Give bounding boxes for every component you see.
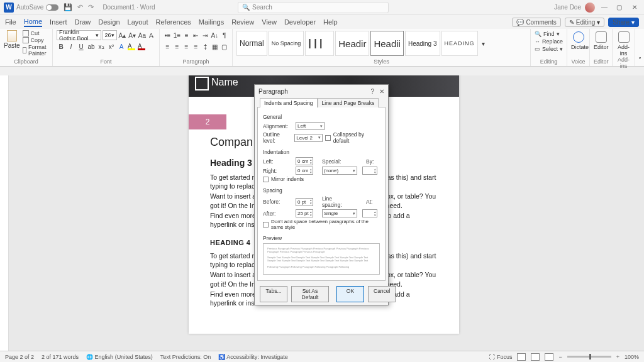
indent-left-input[interactable]: 0 cm xyxy=(296,157,313,165)
bullets-button[interactable]: •≡ xyxy=(164,30,172,40)
subscript-button[interactable]: x₂ xyxy=(97,41,106,52)
search-box[interactable]: 🔍 Search xyxy=(238,2,389,13)
web-layout-button[interactable] xyxy=(545,353,553,361)
toggle-off-icon[interactable] xyxy=(46,4,58,11)
style-heading4[interactable]: HEADING xyxy=(441,31,478,56)
zoom-slider[interactable] xyxy=(567,356,611,358)
styles-more-button[interactable]: ▾ xyxy=(479,38,488,48)
language[interactable]: 🌐 English (United States) xyxy=(86,354,153,360)
tab-view[interactable]: View xyxy=(262,18,277,26)
shading-button[interactable]: ▦ xyxy=(211,41,219,52)
select-button[interactable]: ▭ Select ▾ xyxy=(535,45,563,53)
dialog-close-button[interactable]: ✕ xyxy=(379,88,384,95)
tab-references[interactable]: References xyxy=(156,18,191,26)
format-painter-button[interactable]: Format Painter xyxy=(23,44,49,57)
style-normal[interactable]: Normal xyxy=(236,31,267,56)
ok-button[interactable]: OK xyxy=(336,286,364,302)
save-icon[interactable]: 💾 xyxy=(64,3,72,11)
grow-font-button[interactable]: A▴ xyxy=(118,30,127,40)
replace-button[interactable]: ↔ Replace xyxy=(535,38,563,45)
style-heading2[interactable]: Headir xyxy=(335,31,369,56)
print-layout-button[interactable] xyxy=(531,353,540,361)
dictate-button[interactable]: Dictate xyxy=(571,30,586,50)
tab-review[interactable]: Review xyxy=(231,18,254,26)
tab-design[interactable]: Design xyxy=(98,18,119,26)
mirror-checkbox[interactable] xyxy=(263,177,269,182)
align-center-button[interactable]: ≡ xyxy=(173,41,181,52)
change-case-button[interactable]: Aa xyxy=(138,30,147,40)
tab-home[interactable]: Home xyxy=(24,18,42,27)
at-input[interactable] xyxy=(362,209,377,217)
italic-button[interactable]: I xyxy=(67,41,75,52)
noadd-checkbox[interactable] xyxy=(263,222,269,228)
increase-indent-button[interactable]: ⇥ xyxy=(201,30,209,40)
zoom-level[interactable]: 100% xyxy=(625,354,639,360)
multilevel-button[interactable]: ≡ xyxy=(182,30,191,40)
collapsed-checkbox[interactable] xyxy=(325,135,331,141)
set-default-button[interactable]: Set As Default xyxy=(291,286,329,302)
tab-layout[interactable]: Layout xyxy=(128,18,148,26)
shrink-font-button[interactable]: A▾ xyxy=(128,30,136,40)
user-name[interactable]: Jane Doe xyxy=(554,4,581,11)
tab-line-page-breaks[interactable]: Line and Page Breaks xyxy=(318,98,379,107)
editing-mode-button[interactable]: ✎ Editing ▾ xyxy=(565,18,605,27)
maximize-button[interactable]: ▢ xyxy=(614,4,625,11)
style-nospacing[interactable]: No Spacing xyxy=(269,31,304,56)
tabs-button[interactable]: Tabs... xyxy=(260,286,287,302)
find-button[interactable]: 🔍 Find ▾ xyxy=(535,30,563,38)
avatar-icon[interactable] xyxy=(585,3,595,13)
clear-format-button[interactable]: A̶ xyxy=(148,30,155,40)
paste-button[interactable]: Paste xyxy=(4,30,20,57)
tab-help[interactable]: Help xyxy=(323,18,338,26)
tab-mailings[interactable]: Mailings xyxy=(199,18,224,26)
tab-insert[interactable]: Insert xyxy=(50,18,67,26)
tab-developer[interactable]: Developer xyxy=(284,18,316,26)
highlight-button[interactable]: A xyxy=(127,41,136,52)
undo-icon[interactable]: ↶ xyxy=(77,3,83,11)
share-button[interactable]: Share ▾ xyxy=(608,18,639,27)
tab-file[interactable]: File xyxy=(5,18,16,26)
tab-draw[interactable]: Draw xyxy=(75,18,91,26)
accessibility[interactable]: ♿ Accessibility: Investigate xyxy=(218,354,288,360)
cut-button[interactable]: Cut xyxy=(23,30,49,36)
editor-button[interactable]: Editor xyxy=(594,30,608,50)
copy-button[interactable]: Copy xyxy=(23,37,49,43)
borders-button[interactable]: ▢ xyxy=(220,41,228,52)
autosave-toggle[interactable]: AutoSave xyxy=(16,4,58,11)
by-input[interactable] xyxy=(362,167,377,175)
show-marks-button[interactable]: ¶ xyxy=(220,30,228,40)
before-input[interactable]: 0 pt xyxy=(296,198,313,206)
font-color-button[interactable]: A xyxy=(137,41,146,52)
bold-button[interactable]: B xyxy=(57,41,65,52)
linespacing-select[interactable]: Single▾ xyxy=(322,209,357,217)
alignment-select[interactable]: Left▾ xyxy=(296,122,325,130)
font-name-select[interactable]: Franklin Gothic Bool▾ xyxy=(57,30,101,40)
redo-icon[interactable]: ↷ xyxy=(88,3,94,11)
zoom-out-button[interactable]: − xyxy=(558,354,562,360)
style-heading1[interactable]: | | | xyxy=(305,31,334,56)
decrease-indent-button[interactable]: ⇤ xyxy=(192,30,200,40)
outline-select[interactable]: Level 2▾ xyxy=(294,134,323,142)
tab-indents-spacing[interactable]: Indents and Spacing xyxy=(260,98,318,107)
document-name[interactable]: Document1 · Word xyxy=(103,4,155,11)
numbering-button[interactable]: 1≡ xyxy=(173,30,181,40)
sort-button[interactable]: A↓ xyxy=(211,30,219,40)
style-heading2b[interactable]: Headii xyxy=(370,31,404,56)
align-right-button[interactable]: ≡ xyxy=(182,41,191,52)
addins-button[interactable]: Add-ins xyxy=(616,30,631,57)
align-left-button[interactable]: ≡ xyxy=(164,41,172,52)
comments-button[interactable]: 💬 Comments xyxy=(512,18,560,27)
text-effects-button[interactable]: A xyxy=(117,41,126,52)
indent-right-input[interactable]: 0 cm xyxy=(296,167,313,175)
read-mode-button[interactable] xyxy=(517,353,526,361)
underline-button[interactable]: U xyxy=(77,41,86,52)
focus-button[interactable]: ⛶ Focus xyxy=(489,354,512,360)
font-size-select[interactable]: 26▾ xyxy=(103,30,117,40)
justify-button[interactable]: ≡ xyxy=(192,41,200,52)
style-heading3[interactable]: Heading 3 xyxy=(405,31,440,56)
minimize-button[interactable]: — xyxy=(599,4,610,11)
strike-button[interactable]: ab xyxy=(87,41,96,52)
close-button[interactable]: ✕ xyxy=(629,4,640,11)
page-count[interactable]: Page 2 of 2 xyxy=(5,354,34,360)
dialog-titlebar[interactable]: Paragraph ? ✕ xyxy=(255,85,388,97)
